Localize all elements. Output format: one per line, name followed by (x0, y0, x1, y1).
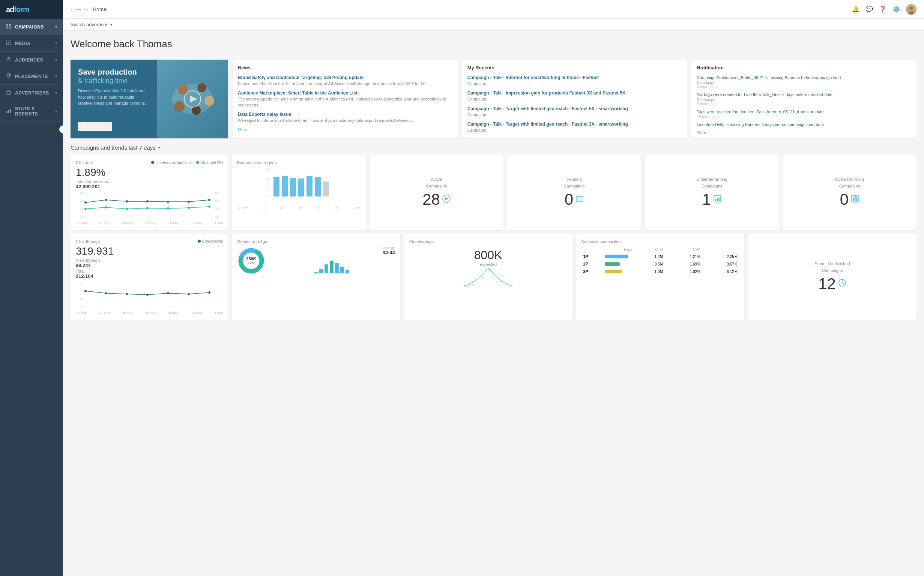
conversions-card: Click through 319.931 View through 99.24… (70, 234, 228, 320)
age-bars: Top Age 34-44 (269, 246, 395, 275)
advertisers-icon (6, 90, 11, 96)
svg-text:0.0: 0.0 (267, 194, 271, 197)
svg-rect-2 (6, 27, 8, 29)
recent-item-4: Campaign - Talk - Target with limited ge… (468, 122, 682, 133)
notification-icon[interactable]: 🔔 (852, 6, 860, 13)
svg-point-48 (187, 206, 190, 209)
conversions-svg: 1.5 1.0 0.5 0.0 (76, 279, 223, 309)
active-label1: Active (423, 177, 450, 181)
audience-row-2p: 2P 0.5M 1.69% 3.67 € (582, 261, 739, 267)
notif-item-2-title[interactable]: No Tags were created for Line Item Talk_… (697, 92, 911, 97)
recent-item-4-sub: Campaign (468, 128, 682, 133)
notif-item-4-title[interactable]: Line Item Delta is missing Banners 3 day… (697, 122, 911, 127)
audience-imps-3p: 1.0M (634, 268, 664, 275)
news-more-link[interactable]: More... (238, 128, 452, 132)
top-age-value: 34-44 (383, 250, 395, 255)
sidebar-item-advertisers[interactable]: ADVERTISERS ▾ (0, 85, 63, 101)
svg-text:65+: 65+ (345, 273, 349, 274)
sidebar-collapse-button[interactable]: ‹ (59, 125, 63, 133)
notifications-more-link[interactable]: More... (697, 130, 911, 134)
sidebar-item-media[interactable]: MEDIA ▾ (0, 35, 63, 52)
home-icon[interactable]: ⌂ (84, 5, 88, 13)
svg-rect-74 (856, 198, 857, 202)
svg-text:1.0: 1.0 (215, 200, 219, 202)
sidebar: adform CAMPAIGNS ▾ MEDIA ▾ AUDIENCES ▾ (0, 0, 63, 576)
notif-item-1-time: 3 hours ago (697, 85, 911, 89)
overperforming-campaigns-card: Overperforming Campaigns 0 (783, 155, 916, 230)
sidebar-item-stats[interactable]: STATS & REPORTS ▾ (0, 101, 63, 122)
notif-item-3-title[interactable]: Tags were rejected for Line Item Fast_In… (697, 109, 911, 114)
conversions-legend: Conversions (198, 239, 223, 243)
svg-text:1.5: 1.5 (215, 192, 219, 194)
settings-icon[interactable]: ⚙️ (892, 6, 900, 13)
trends-dropdown-icon[interactable]: ▾ (158, 145, 160, 150)
news-item-2-desc: The latest upgrade includes a smart tabl… (238, 96, 452, 108)
svg-point-42 (208, 199, 210, 201)
switch-advertiser-button[interactable]: Switch advertiser ▾ (70, 22, 112, 27)
recent-item-3: Campaign - Talk - Target with limited ge… (468, 106, 682, 118)
svg-rect-3 (9, 27, 11, 29)
sidebar-item-placements[interactable]: PLACEMENTS ▾ (0, 68, 63, 85)
logo: adform (6, 5, 29, 14)
svg-rect-73 (855, 197, 856, 202)
switch-advertiser-chevron: ▾ (110, 22, 112, 27)
people-range-value: 800K (409, 248, 567, 262)
impressions-label: Total Impressions (76, 179, 108, 184)
donut-sub: Male (246, 261, 256, 265)
svg-rect-1 (9, 24, 11, 26)
people-background (157, 60, 228, 138)
soon-label1: Soon to be finished (815, 261, 850, 266)
svg-rect-70 (718, 198, 719, 202)
audience-ctr-2p: 1.69% (665, 261, 701, 267)
media-chevron: ▾ (55, 41, 58, 45)
news-item-1-title[interactable]: Brand Safety and Contextual Targeting: I… (238, 75, 452, 80)
svg-point-7 (9, 58, 11, 59)
more-button[interactable]: ••• (75, 6, 81, 12)
topbar-title: Home (93, 6, 107, 12)
news-item-3-title[interactable]: Data Exports delay issue (238, 112, 452, 117)
budget-x-axis: 26. May27.28.29.30.31.1.Jun (237, 206, 360, 209)
click-rate-chart: 1.5 1.0 0.5 0.0 1.5 1.0 0.5 0.0 (76, 189, 223, 225)
promo-learn-more-button[interactable]: Learn more... (78, 122, 112, 131)
click-rate-value: 1.89% (76, 166, 108, 179)
messages-icon[interactable]: 💬 (865, 6, 873, 13)
svg-point-86 (146, 294, 149, 296)
svg-point-38 (126, 200, 128, 203)
sidebar-item-audiences[interactable]: AUDIENCES ▾ (0, 52, 63, 68)
recents-more-link[interactable]: More... (468, 137, 682, 138)
notif-item-4: Line Item Delta is missing Banners 3 day… (697, 122, 911, 127)
recent-item-4-title[interactable]: Campaign - Talk - Target with limited ge… (468, 122, 682, 127)
recent-item-2: Campaign - Talk - Impression gain for pr… (468, 90, 682, 102)
main-content: ‹ ••• ⌂ Home 🔔 💬 ❓ ⚙️ Switch advertiser … (63, 0, 924, 576)
avatar[interactable] (906, 4, 916, 14)
stats-chevron: ▾ (55, 109, 58, 114)
svg-rect-98 (340, 267, 344, 274)
overperforming-label2: Campaigns (835, 184, 863, 188)
news-item-2: Audience Marketplace: Smart Table in the… (238, 90, 452, 108)
svg-point-87 (167, 292, 169, 294)
recent-item-2-title[interactable]: Campaign - Talk - Impression gain for pr… (468, 90, 682, 96)
svg-rect-12 (10, 109, 11, 113)
stats-row-2: Click through 319.931 View through 99.24… (70, 234, 916, 320)
svg-text:0.5: 0.5 (267, 186, 271, 189)
svg-marker-5 (8, 42, 10, 43)
switch-advertiser-label: Switch advertiser (70, 22, 108, 27)
svg-text:1.0: 1.0 (267, 178, 271, 180)
notif-item-1-title[interactable]: Campaign Freelancers_Berlin_06-21 is mis… (697, 75, 911, 80)
budget-chart: 1.5 1.0 0.5 0.0 (237, 166, 360, 209)
svg-text:500K: 500K (463, 286, 469, 287)
notif-item-3-time: 19 hours ago (697, 115, 911, 119)
back-button[interactable]: ‹ (70, 6, 72, 13)
news-item-2-title[interactable]: Audience Marketplace: Smart Table in the… (238, 90, 452, 96)
audience-label-1p: 1P (582, 253, 603, 260)
svg-point-14 (910, 6, 913, 10)
notifications-card: Notification Campaign Freelancers_Berlin… (692, 60, 916, 138)
help-icon[interactable]: ❓ (879, 6, 887, 13)
overperforming-label1: Overperforming (835, 177, 863, 181)
svg-point-39 (146, 200, 149, 203)
sidebar-item-campaigns[interactable]: CAMPAIGNS ▾ (0, 19, 63, 35)
recent-item-3-title[interactable]: Campaign - Talk - Target with limited ge… (468, 106, 682, 111)
click-rate-title: Click rate (76, 160, 108, 165)
recent-item-1: Campaign - Talk - Internet for smartwork… (468, 75, 682, 86)
recent-item-1-title[interactable]: Campaign - Talk - Internet for smartwork… (468, 75, 682, 80)
